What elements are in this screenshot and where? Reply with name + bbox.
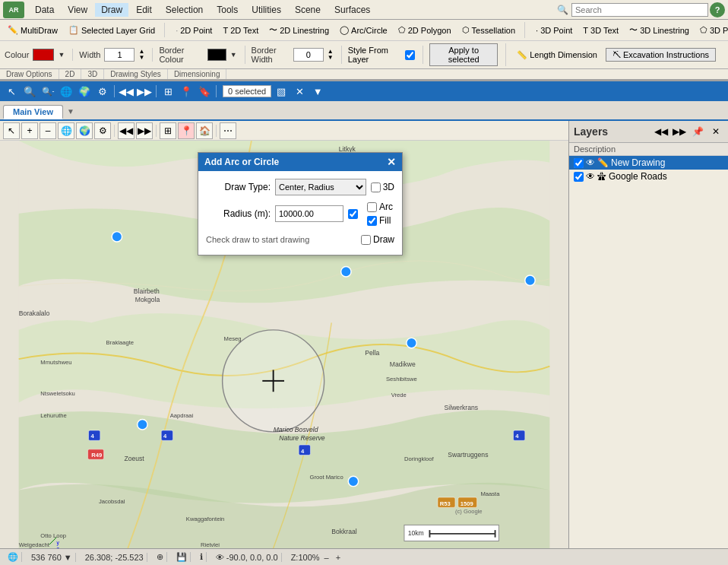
3d-text-button[interactable]: T 3D Text <box>578 24 623 37</box>
2d-text-button[interactable]: T 2D Text <box>218 24 263 37</box>
width-spinners[interactable]: ▲▼ <box>138 49 144 61</box>
select-icon-3[interactable]: ▼ <box>309 83 326 100</box>
length-dimension-button[interactable]: 📏 Length Dimension <box>512 48 602 62</box>
menu-draw[interactable]: Draw <box>95 3 128 17</box>
statusbar-coord-system[interactable]: 536 760 ▼ <box>28 553 76 562</box>
tab-dropdown-arrow[interactable]: ▼ <box>65 103 77 119</box>
excavation-button[interactable]: ⛏ Excavation Instructions <box>606 48 716 62</box>
draw-checkbox-label[interactable]: Draw <box>361 234 394 245</box>
zoom-out-button[interactable]: 🔍- <box>40 83 56 100</box>
main-view-tab[interactable]: Main View <box>3 105 63 119</box>
zoom-in-button[interactable]: 🔍 <box>21 83 38 100</box>
map-zoom-out-button[interactable]: – <box>40 122 56 139</box>
select-icon-2[interactable]: ✕ <box>291 83 308 100</box>
layers-pin-button[interactable]: 📌 <box>690 124 705 139</box>
style-from-layer-checkbox[interactable] <box>405 50 415 60</box>
3d-checkbox-label[interactable]: 3D <box>371 182 394 192</box>
layer-item-new-drawing[interactable]: 👁 ✏️ New Drawing <box>569 156 728 170</box>
menu-surfaces[interactable]: Surfaces <box>328 3 376 17</box>
fill-checkbox[interactable] <box>367 216 377 226</box>
map-back-button[interactable]: ◀◀ <box>118 122 135 139</box>
globe-button[interactable]: 🌐 <box>58 83 74 100</box>
layers-close-button[interactable]: ✕ <box>708 124 723 139</box>
border-width-input[interactable] <box>293 48 324 62</box>
draw-checkbox[interactable] <box>361 235 371 245</box>
statusbar-compass[interactable]: ⊕ <box>154 552 167 562</box>
map-grid-button[interactable]: ⊞ <box>160 122 176 139</box>
zoom-plus-button[interactable]: + <box>334 553 343 562</box>
map-gear-button[interactable]: ⚙ <box>94 122 111 139</box>
map-globe-button[interactable]: 🌐 <box>58 122 74 139</box>
2d-linestring-button[interactable]: 〜 2D Linestring <box>264 22 334 38</box>
app-container: AR Data View Draw Edit Selection Tools U… <box>0 0 728 565</box>
menu-selection[interactable]: Selection <box>160 3 209 17</box>
menu-scene[interactable]: Scene <box>289 3 327 17</box>
map-pin-button[interactable]: 📍 <box>178 122 195 139</box>
3d-point-button[interactable]: · 3D Point <box>531 24 577 37</box>
map-svg-area[interactable]: Litkyk Braklaagte Meseg Mmutshweu Blairb… <box>0 141 568 548</box>
map-arrow-button[interactable]: ↖ <box>3 122 20 139</box>
3d-linestring-button[interactable]: 〜 3D Linestring <box>625 22 694 38</box>
arc-checkbox[interactable] <box>367 202 377 212</box>
map-home-button[interactable]: 🏠 <box>196 122 213 139</box>
coord-system-dropdown-arrow[interactable]: ▼ <box>64 553 72 562</box>
gear-button[interactable]: ⚙ <box>94 83 111 100</box>
help-button[interactable]: ? <box>710 2 725 17</box>
border-colour-swatch[interactable] <box>207 49 226 61</box>
apply-selected-button[interactable]: Apply to selected <box>429 43 498 66</box>
map-extra-button[interactable]: ⋯ <box>220 122 236 139</box>
fill-checkbox-label[interactable]: Fill <box>367 215 393 226</box>
menu-utilities[interactable]: Utilities <box>245 3 287 17</box>
pin-button[interactable]: 📍 <box>178 83 195 100</box>
svg-point-5 <box>138 420 147 430</box>
bookmark-button[interactable]: 🔖 <box>196 83 213 100</box>
backward-button[interactable]: ◀◀ <box>118 83 135 100</box>
map-globe-alt-button[interactable]: 🌍 <box>76 122 93 139</box>
statusbar-info[interactable]: ℹ <box>197 552 207 562</box>
3d-polygon-button[interactable]: ⬠ 3D Polygon <box>695 23 728 37</box>
tessellation-button[interactable]: ⬡ Tessellation <box>457 23 520 37</box>
zoom-minus-button[interactable]: – <box>322 553 331 562</box>
layer-google-roads-checkbox[interactable] <box>574 172 584 182</box>
menu-tools[interactable]: Tools <box>210 3 244 17</box>
3d-checkbox[interactable] <box>371 183 381 192</box>
tessellation-icon: ⬡ <box>462 25 470 35</box>
border-width-spinners[interactable]: ▲▼ <box>328 49 334 61</box>
select-icon-1[interactable]: ▧ <box>273 83 290 100</box>
layers-collapse-button[interactable]: ◀◀ <box>654 124 669 139</box>
layer-item-google-roads[interactable]: 👁 🛣 Google Roads <box>569 170 728 183</box>
svg-text:Marico Bosveld: Marico Bosveld <box>274 426 319 433</box>
layer-new-drawing-checkbox[interactable] <box>574 158 584 168</box>
multidraw-button[interactable]: ✏️ MultiDraw <box>3 23 62 37</box>
style-from-layer-label[interactable]: Style From Layer <box>348 46 415 64</box>
draw-type-select[interactable]: Center, Radius 3 Points Center, Start, E… <box>275 179 366 195</box>
draw-options-section-label: Draw Options <box>0 69 59 79</box>
search-input[interactable] <box>571 3 708 17</box>
selected-layer-grid-button[interactable]: 📋 Selected Layer Grid <box>64 23 160 37</box>
select-arrow-button[interactable]: ↖ <box>3 83 20 100</box>
map-zoom-in-button[interactable]: + <box>21 122 38 139</box>
2d-point-button[interactable]: · 2D Point <box>171 24 217 37</box>
colour-swatch[interactable] <box>33 49 54 61</box>
arc-circle-button[interactable]: ◯ Arc/Circle <box>335 23 392 37</box>
width-input[interactable] <box>104 48 135 62</box>
svg-text:Maasta: Maasta <box>480 490 500 497</box>
radius-input[interactable] <box>275 205 343 222</box>
globe-alt-button[interactable]: 🌍 <box>76 83 93 100</box>
forward-button[interactable]: ▶▶ <box>136 83 153 100</box>
menu-edit[interactable]: Edit <box>130 3 158 17</box>
statusbar-save[interactable]: 💾 <box>173 552 191 562</box>
arc-checkbox-label[interactable]: Arc <box>367 202 393 212</box>
dialog-close-button[interactable]: ✕ <box>387 156 396 168</box>
grid-button[interactable]: ⊞ <box>160 83 176 100</box>
menu-view[interactable]: View <box>62 3 93 17</box>
radius-checkbox[interactable] <box>348 209 358 219</box>
2d-polygon-button[interactable]: ⬠ 2D Polygon <box>394 23 456 37</box>
statusbar-globe[interactable]: 🌐 <box>5 552 22 562</box>
map-fwd-button[interactable]: ▶▶ <box>136 122 153 139</box>
layers-expand-button[interactable]: ▶▶ <box>672 124 687 139</box>
colour-dropdown-arrow[interactable]: ▼ <box>58 51 65 59</box>
border-colour-dropdown-arrow[interactable]: ▼ <box>230 51 237 59</box>
layer-google-roads-name: Google Roads <box>609 171 723 182</box>
menu-data[interactable]: Data <box>29 3 60 17</box>
